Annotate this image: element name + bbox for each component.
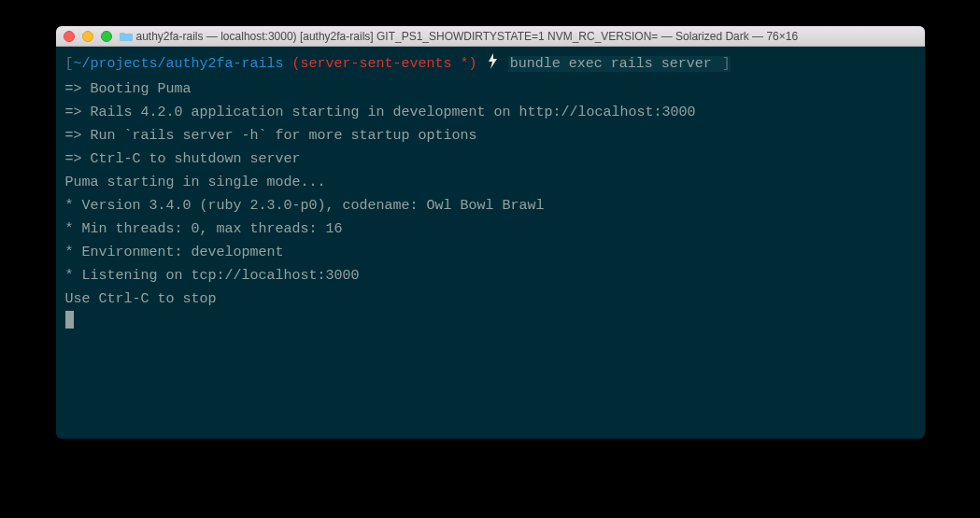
prompt-open-bracket: [ [65, 56, 74, 72]
output-line: => Booting Puma [65, 77, 916, 101]
minimize-button[interactable] [82, 31, 93, 42]
output-line: => Run `rails server -h` for more startu… [65, 124, 916, 147]
prompt-branch-open: ( [284, 56, 301, 72]
prompt-branch-close: ) [469, 56, 486, 72]
window-controls [64, 31, 112, 42]
cursor-line [65, 311, 916, 334]
close-button[interactable] [64, 31, 75, 42]
lightning-icon [488, 53, 498, 77]
output-line: Use Ctrl-C to stop [65, 287, 916, 311]
terminal-cursor [65, 311, 74, 329]
terminal-window: authy2fa-rails — localhost:3000) [authy2… [56, 26, 925, 439]
output-line: * Environment: development [65, 241, 916, 264]
output-line: * Listening on tcp://localhost:3000 [65, 264, 916, 287]
prompt-branch: server-sent-events * [301, 56, 469, 72]
terminal-body[interactable]: [~/projects/authy2fa-rails (server-sent-… [56, 47, 925, 439]
folder-icon [120, 30, 133, 43]
window-titlebar: authy2fa-rails — localhost:3000) [authy2… [56, 26, 925, 47]
output-line: * Version 3.4.0 (ruby 2.3.0-p0), codenam… [65, 194, 916, 217]
output-line: * Min threads: 0, max threads: 16 [65, 217, 916, 241]
prompt-line: [~/projects/authy2fa-rails (server-sent-… [65, 52, 916, 77]
prompt-close-bracket: ] [722, 56, 731, 72]
output-line: Puma starting in single mode... [65, 171, 916, 194]
maximize-button[interactable] [101, 31, 112, 42]
prompt-command: bundle exec rails server [508, 56, 722, 72]
output-line: => Ctrl-C to shutdown server [65, 147, 916, 171]
prompt-path: ~/projects/authy2fa-rails [74, 56, 284, 72]
window-title: authy2fa-rails — localhost:3000) [authy2… [136, 30, 917, 43]
output-line: => Rails 4.2.0 application starting in d… [65, 101, 916, 124]
